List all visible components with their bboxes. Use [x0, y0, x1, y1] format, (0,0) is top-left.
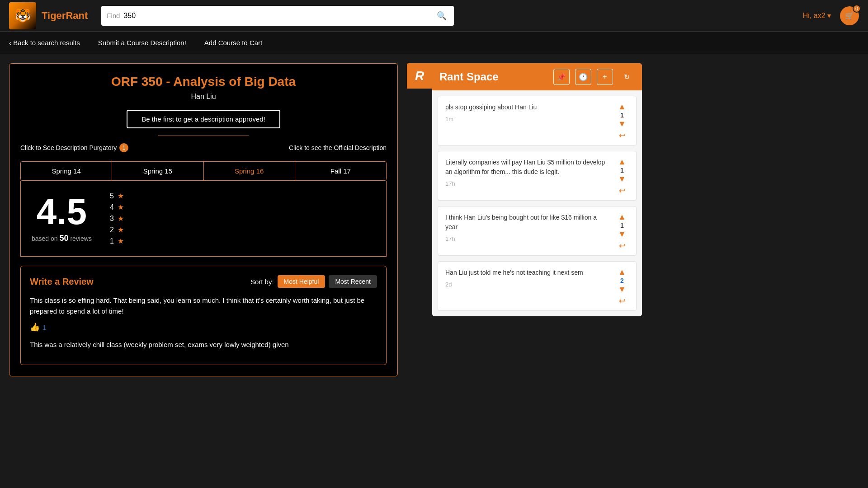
- star-row-5: 5 ★: [110, 192, 124, 200]
- star-row-1: 1 ★: [110, 237, 124, 245]
- downvote-button[interactable]: ▼: [618, 175, 626, 183]
- vote-count-2: 1: [620, 167, 624, 174]
- tab-fall17[interactable]: Fall 17: [295, 162, 386, 180]
- find-label: Find: [107, 12, 120, 19]
- official-desc-link[interactable]: Click to see the Official Description: [289, 143, 387, 152]
- back-to-search[interactable]: ‹ Back to search results: [9, 39, 80, 47]
- rant-post-1-actions: ▲ 1 ▼ ↩: [615, 103, 629, 141]
- star-row-3: 3 ★: [110, 214, 124, 223]
- vote-count-4: 2: [620, 277, 624, 284]
- vote-count-1: 1: [620, 112, 624, 119]
- review-1-likes: 👍 1: [30, 322, 377, 332]
- rant-header-area: R Rant Space 📌 🕐 + ↻ pls stop gossiping …: [407, 63, 642, 316]
- search-input[interactable]: [123, 12, 435, 20]
- rant-post: Han Liu just told me he's not teaching i…: [438, 261, 637, 311]
- upvote-button[interactable]: ▲: [618, 103, 626, 111]
- rant-post-1-content: pls stop gossiping about Han Liu 1m: [445, 103, 611, 122]
- purgatory-link[interactable]: Click to See Description Purgatory 1: [20, 143, 128, 152]
- tab-spring16[interactable]: Spring 16: [204, 162, 295, 180]
- rant-post-2-text: Literally companies will pay Han Liu $5 …: [445, 158, 611, 177]
- cart-icon: 🛒: [845, 11, 854, 20]
- star-5-icon: ★: [118, 192, 124, 200]
- rant-post-3-actions: ▲ 1 ▼ ↩: [615, 213, 629, 251]
- rant-post: I think Han Liu's being bought out for l…: [438, 206, 637, 256]
- rant-post-3-time: 17h: [445, 235, 611, 242]
- cart-count: 0: [853, 5, 861, 13]
- star-row-4: 4 ★: [110, 203, 124, 211]
- rant-posts: pls stop gossiping about Han Liu 1m ▲ 1 …: [432, 90, 642, 316]
- course-title: ORF 350 - Analysis of Big Data: [20, 75, 387, 89]
- reply-button[interactable]: ↩: [619, 241, 626, 251]
- sort-most-helpful[interactable]: Most Helpful: [278, 275, 326, 288]
- star-1-icon: ★: [118, 237, 124, 245]
- cart-button[interactable]: 🛒 0: [840, 6, 859, 25]
- rant-title-bar: Rant Space 📌 🕐 + ↻: [432, 63, 642, 90]
- search-bar: Find 🔍: [101, 6, 454, 26]
- review-1-like-count: 1: [42, 324, 46, 331]
- add-to-cart-link[interactable]: Add Course to Cart: [204, 39, 262, 47]
- semester-tabs: Spring 14 Spring 15 Spring 16 Fall 17: [20, 161, 387, 181]
- divider: [158, 136, 249, 136]
- star-3-icon: ★: [118, 214, 124, 223]
- course-instructor: Han Liu: [20, 93, 387, 101]
- course-panel: ORF 350 - Analysis of Big Data Han Liu B…: [9, 63, 398, 376]
- rant-pin-button[interactable]: 📌: [553, 69, 570, 85]
- reply-button[interactable]: ↩: [619, 131, 626, 141]
- rant-post-1-time: 1m: [445, 116, 611, 122]
- downvote-button[interactable]: ▼: [618, 285, 626, 293]
- main-content: ORF 350 - Analysis of Big Data Han Liu B…: [0, 54, 868, 385]
- rant-post: Literally companies will pay Han Liu $5 …: [438, 151, 637, 201]
- search-button[interactable]: 🔍: [435, 11, 448, 21]
- header-right: Hi, ax2 ▾ 🛒 0: [803, 6, 859, 25]
- rant-post-3-text: I think Han Liu's being bought out for l…: [445, 213, 611, 232]
- rant-post-3-content: I think Han Liu's being bought out for l…: [445, 213, 611, 242]
- rant-r-badge: R: [407, 63, 432, 89]
- rant-post-4-time: 2d: [445, 281, 611, 288]
- rant-post-4-actions: ▲ 2 ▼ ↩: [615, 268, 629, 306]
- tab-spring14[interactable]: Spring 14: [21, 162, 112, 180]
- review-2-text: This was a relatively chill class (weekl…: [30, 339, 377, 350]
- rant-refresh-button[interactable]: ↻: [618, 69, 635, 85]
- sort-by-label: Sort by:: [250, 278, 274, 286]
- tab-spring15[interactable]: Spring 15: [112, 162, 203, 180]
- user-menu[interactable]: Hi, ax2 ▾: [803, 11, 831, 20]
- upvote-button[interactable]: ▲: [618, 268, 626, 276]
- write-review-label[interactable]: Write a Review: [30, 277, 94, 287]
- vote-count-3: 1: [620, 222, 624, 229]
- rant-clock-button[interactable]: 🕐: [575, 69, 591, 85]
- big-rating: 4.5 based on 50 reviews: [32, 194, 92, 243]
- sort-area: Sort by: Most Helpful Most Recent: [250, 275, 377, 288]
- nav-bar: ‹ Back to search results Submit a Course…: [0, 32, 868, 54]
- purgatory-badge: 1: [119, 143, 128, 152]
- description-button[interactable]: Be the first to get a description approv…: [127, 110, 280, 128]
- reviews-header: Write a Review Sort by: Most Helpful Mos…: [30, 275, 377, 288]
- reply-button[interactable]: ↩: [619, 296, 626, 306]
- thumbs-up-icon: 👍: [30, 322, 40, 332]
- rant-title: Rant Space: [439, 70, 548, 83]
- rant-post-2-content: Literally companies will pay Han Liu $5 …: [445, 158, 611, 187]
- rant-sidebar: R Rant Space 📌 🕐 + ↻ pls stop gossiping …: [407, 63, 642, 316]
- downvote-button[interactable]: ▼: [618, 120, 626, 128]
- upvote-button[interactable]: ▲: [618, 213, 626, 221]
- logo-area: 🐯 TigerRant: [9, 2, 88, 29]
- rant-post: pls stop gossiping about Han Liu 1m ▲ 1 …: [438, 96, 637, 145]
- downvote-button[interactable]: ▼: [618, 230, 626, 238]
- rant-post-2-actions: ▲ 1 ▼ ↩: [615, 158, 629, 196]
- star-row-2: 2 ★: [110, 225, 124, 234]
- rant-post-1-text: pls stop gossiping about Han Liu: [445, 103, 611, 112]
- rant-add-button[interactable]: +: [597, 69, 613, 85]
- reply-button[interactable]: ↩: [619, 186, 626, 196]
- logo-icon: 🐯: [9, 2, 36, 29]
- rant-post-2-time: 17h: [445, 180, 611, 187]
- star-2-icon: ★: [118, 225, 124, 234]
- rating-section: 4.5 based on 50 reviews 5 ★ 4 ★ 3: [20, 181, 387, 257]
- star-4-icon: ★: [118, 203, 124, 211]
- upvote-button[interactable]: ▲: [618, 158, 626, 166]
- sort-most-recent[interactable]: Most Recent: [329, 275, 377, 288]
- rant-post-4-content: Han Liu just told me he's not teaching i…: [445, 268, 611, 288]
- rating-label: based on 50 reviews: [32, 234, 92, 243]
- review-1-text: This class is so effing hard. That being…: [30, 295, 377, 317]
- header: 🐯 TigerRant Find 🔍 Hi, ax2 ▾ 🛒 0: [0, 0, 868, 32]
- reviews-section: Write a Review Sort by: Most Helpful Mos…: [20, 266, 387, 365]
- submit-description-link[interactable]: Submit a Course Description!: [98, 39, 186, 47]
